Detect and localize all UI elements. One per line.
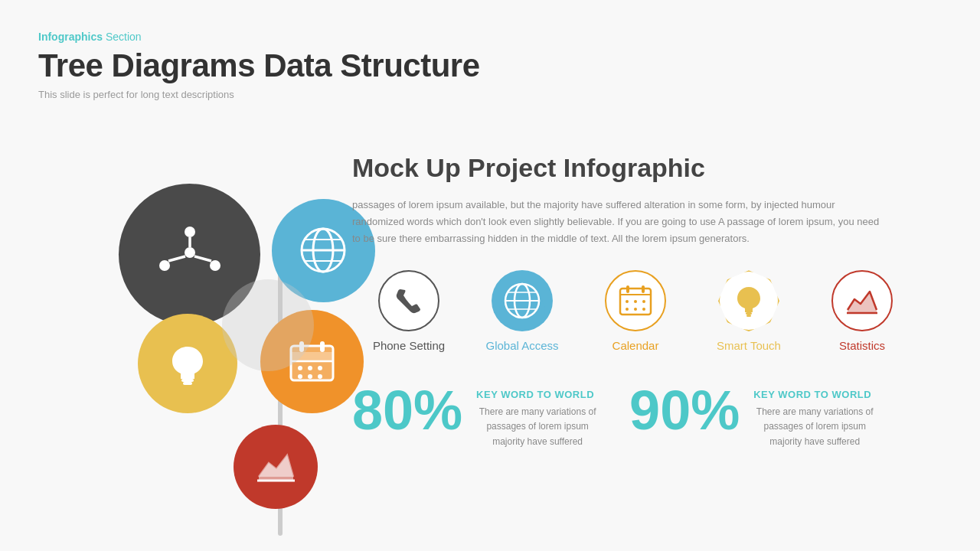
right-section: Mock Up Project Infographic passages of …: [352, 153, 949, 449]
svg-point-43: [634, 308, 637, 311]
phone-icon-circle: [378, 270, 439, 331]
stat-percent-80: 80%: [352, 383, 462, 438]
icon-item-globe: Global Access: [466, 270, 579, 352]
svg-point-0: [185, 227, 195, 237]
stats-row: 80% KEY WORD TO WORLD There are many var…: [352, 383, 949, 449]
svg-point-40: [634, 300, 637, 303]
svg-point-42: [626, 308, 629, 311]
globe-icon-circle: [492, 270, 553, 331]
svg-point-2: [210, 260, 220, 271]
svg-point-41: [642, 300, 645, 303]
statistics-label: Statistics: [839, 339, 885, 352]
stat-keyword-80: KEY WORD TO WORLD: [476, 389, 599, 400]
stat-item-80: 80% KEY WORD TO WORLD There are many var…: [352, 383, 599, 449]
globe-label: Global Access: [485, 339, 558, 352]
svg-line-6: [194, 256, 211, 261]
svg-point-24: [308, 374, 312, 379]
page-subtitle: This slide is perfect for long text desc…: [38, 89, 480, 100]
stats-icon-circle: [831, 270, 893, 331]
svg-rect-14: [181, 379, 194, 382]
phone-icon: [394, 286, 423, 315]
icon-item-smarttouch: Smart Touch: [692, 270, 805, 352]
svg-point-23: [298, 374, 302, 379]
project-description: passages of lorem ipsum available, but t…: [352, 197, 888, 247]
calendar-label: Calendar: [612, 339, 659, 352]
stats-icon-right: [845, 284, 879, 318]
svg-rect-45: [746, 312, 752, 315]
icon-item-statistics: Statistics: [805, 270, 919, 352]
overlap-circle-1: [222, 279, 314, 371]
stat-keyword-90: KEY WORD TO WORLD: [753, 389, 876, 400]
svg-point-20: [298, 366, 302, 370]
breadcrumb-infographics: Infographics: [38, 31, 103, 43]
calendar-icon-right: [619, 284, 652, 318]
svg-rect-46: [746, 315, 751, 317]
stat-desc-90: There are many variations of passages of…: [753, 405, 876, 449]
icon-item-phone: Phone Setting: [352, 270, 466, 352]
svg-point-21: [308, 366, 312, 370]
svg-point-44: [642, 308, 645, 311]
icon-item-calendar: Calendar: [579, 270, 692, 352]
lightbulb-icon-circle: [718, 270, 779, 331]
page-title: Tree Diagrams Data Structure: [38, 47, 480, 84]
lightbulb-icon-left: [165, 341, 211, 386]
breadcrumb-section: Section: [106, 31, 142, 43]
svg-point-3: [185, 247, 195, 258]
circle-stats: [234, 425, 318, 509]
stat-info-90: KEY WORD TO WORLD There are many variati…: [753, 383, 876, 449]
icons-row: Phone Setting Global Access: [352, 270, 949, 352]
globe-icon-left: [299, 226, 348, 276]
svg-point-22: [318, 366, 322, 370]
svg-point-1: [159, 260, 170, 271]
svg-rect-37: [626, 285, 629, 293]
globe-icon-right: [502, 281, 542, 321]
stat-info-80: KEY WORD TO WORLD There are many variati…: [476, 383, 599, 449]
project-title: Mock Up Project Infographic: [352, 153, 949, 183]
smarttouch-label: Smart Touch: [717, 339, 781, 352]
breadcrumb: Infographics Section: [38, 31, 480, 43]
stat-item-90: 90% KEY WORD TO WORLD There are many var…: [629, 383, 876, 449]
tree-diagram: [46, 153, 352, 520]
header-section: Infographics Section Tree Diagrams Data …: [38, 31, 480, 100]
calendar-icon-circle: [605, 270, 666, 331]
lightbulb-icon-right: [732, 284, 766, 318]
svg-line-5: [168, 256, 185, 261]
svg-rect-38: [642, 285, 645, 293]
svg-rect-15: [183, 382, 192, 385]
network-icon: [155, 226, 224, 283]
stats-icon-left: [255, 446, 297, 488]
svg-point-25: [318, 374, 322, 379]
svg-point-39: [626, 300, 629, 303]
phone-label: Phone Setting: [373, 339, 445, 352]
stat-desc-80: There are many variations of passages of…: [476, 405, 599, 449]
stat-percent-90: 90%: [629, 383, 740, 438]
svg-rect-27: [320, 341, 325, 352]
